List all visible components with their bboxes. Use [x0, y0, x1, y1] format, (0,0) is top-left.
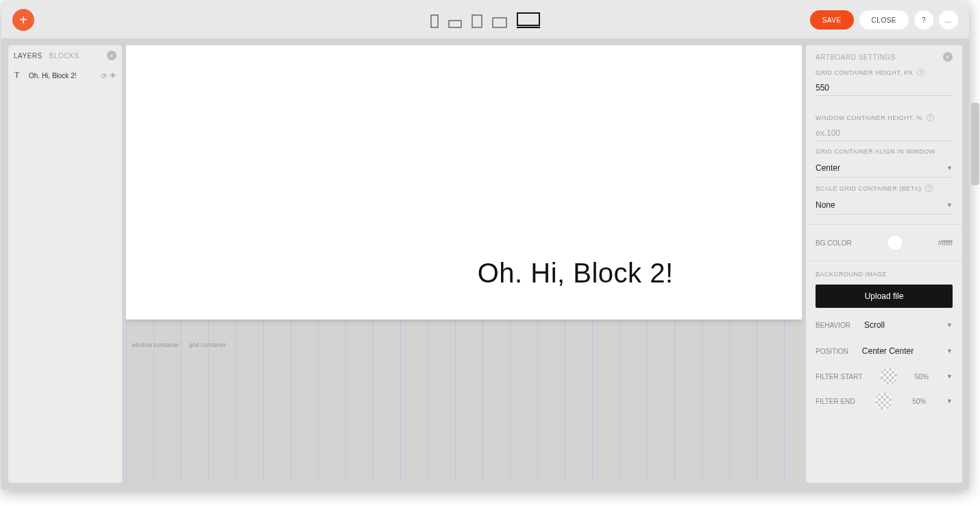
filter-end-label: FILTER END: [816, 398, 855, 405]
artboard-settings-panel: ARTBOARD SETTINGS × GRID CONTAINER HEIGH…: [806, 45, 962, 483]
help-button[interactable]: ?: [914, 10, 933, 29]
chevron-down-icon: ▼: [946, 348, 953, 354]
layer-settings-icon[interactable]: ⟳: [101, 72, 107, 80]
align-label: GRID CONTAINER ALIGN IN WINDOW: [816, 148, 953, 155]
upload-button[interactable]: Upload file: [816, 285, 953, 308]
save-button[interactable]: SAVE: [810, 10, 854, 29]
settings-panel-title: ARTBOARD SETTINGS: [816, 53, 896, 61]
settings-panel-header: ARTBOARD SETTINGS ×: [816, 52, 953, 62]
align-select[interactable]: Center ▼: [816, 159, 953, 178]
filter-start-row: FILTER START 50% ▼: [816, 368, 953, 385]
plus-icon: +: [19, 12, 27, 28]
layer-row[interactable]: T Oh. Hi, Block 2! ⟳ 👁: [14, 67, 117, 84]
artboard[interactable]: [126, 45, 802, 320]
more-button[interactable]: ...: [939, 10, 958, 29]
layers-panel-header: LAYERS BLOCKS ×: [14, 51, 117, 60]
divider: [806, 261, 962, 261]
chevron-down-icon[interactable]: ▼: [946, 373, 953, 380]
svg-rect-3: [493, 18, 506, 27]
layer-label: Oh. Hi, Block 2!: [29, 72, 76, 80]
chevron-down-icon: ▼: [946, 202, 953, 208]
position-row: POSITION Center Center ▼: [816, 342, 953, 360]
chevron-down-icon: ▼: [946, 322, 953, 328]
position-value: Center Center: [862, 346, 914, 356]
svg-rect-2: [472, 15, 482, 27]
body-area: LAYERS BLOCKS × T Oh. Hi, Block 2! ⟳ 👁 O…: [1, 38, 969, 490]
close-button[interactable]: CLOSE: [859, 10, 909, 29]
bgcolor-value: #ffffff: [938, 239, 953, 247]
scale-label: SCALE GRID CONTAINER (BETA) ?: [816, 184, 953, 192]
visibility-icon[interactable]: 👁: [110, 72, 117, 80]
filter-start-value: 50%: [915, 373, 929, 381]
behavior-row: BEHAVIOR Scroll ▼: [816, 316, 953, 334]
toolbar-right: SAVE CLOSE ? ...: [810, 10, 958, 29]
close-panel-icon[interactable]: ×: [107, 51, 117, 60]
canvas[interactable]: Oh. Hi, Block 2! window container grid c…: [126, 45, 802, 483]
phone-portrait-icon[interactable]: [430, 14, 439, 28]
behavior-select[interactable]: Scroll ▼: [864, 316, 953, 334]
device-switcher: [430, 12, 540, 28]
layers-panel: LAYERS BLOCKS × T Oh. Hi, Block 2! ⟳ 👁: [8, 45, 122, 483]
filter-end-value: 50%: [912, 398, 926, 405]
bgcolor-row: BG COLOR #ffffff: [816, 234, 953, 251]
svg-rect-4: [517, 13, 539, 25]
layer-tools: ⟳ 👁: [101, 72, 117, 80]
canvas-heading[interactable]: Oh. Hi, Block 2!: [478, 258, 674, 289]
divider: [806, 224, 962, 225]
filter-start-label: FILTER START: [816, 373, 862, 381]
container-labels: window container grid container: [132, 341, 226, 348]
tablet-portrait-icon[interactable]: [471, 14, 482, 28]
scale-select[interactable]: None ▼: [816, 196, 953, 215]
add-button[interactable]: +: [12, 9, 34, 31]
help-icon[interactable]: ?: [927, 114, 934, 121]
window-height-label: WINDOW CONTAINER HEIGHT, % ?: [816, 114, 953, 121]
color-swatch[interactable]: [887, 234, 903, 251]
help-icon[interactable]: ?: [925, 184, 933, 192]
position-label: POSITION: [816, 348, 848, 355]
window-height-input[interactable]: [816, 125, 953, 141]
transparency-swatch[interactable]: [881, 368, 897, 385]
tab-layers[interactable]: LAYERS: [14, 52, 42, 60]
bgimage-label: BACKGROUND IMAGE: [816, 271, 953, 278]
grid-container-label[interactable]: grid container: [189, 341, 227, 348]
scale-value: None: [816, 200, 835, 210]
svg-text:T: T: [14, 70, 20, 80]
svg-rect-0: [431, 15, 438, 27]
bgcolor-label: BG COLOR: [816, 239, 852, 247]
grid-height-input[interactable]: [816, 80, 953, 96]
tablet-landscape-icon[interactable]: [492, 17, 507, 28]
scrollbar[interactable]: [971, 103, 979, 185]
tab-blocks[interactable]: BLOCKS: [49, 52, 79, 60]
grid-height-label: GRID CONTAINER HEIGHT, PX ?: [816, 69, 953, 76]
behavior-value: Scroll: [864, 320, 885, 330]
top-toolbar: + SAVE CLOSE ? ...: [1, 1, 969, 38]
transparency-swatch[interactable]: [875, 393, 892, 409]
phone-landscape-icon[interactable]: [448, 20, 462, 28]
align-value: Center: [816, 163, 840, 173]
help-icon[interactable]: ?: [917, 69, 924, 76]
behavior-label: BEHAVIOR: [816, 322, 850, 329]
app-frame: + SAVE CLOSE ? ...: [1, 1, 969, 490]
close-settings-icon[interactable]: ×: [943, 52, 953, 62]
desktop-icon[interactable]: [517, 12, 540, 28]
filter-end-row: FILTER END 50% ▼: [816, 393, 953, 409]
svg-rect-1: [449, 21, 461, 27]
window-container-label[interactable]: window container: [132, 341, 180, 348]
chevron-down-icon[interactable]: ▼: [946, 398, 953, 405]
text-layer-icon: T: [14, 70, 23, 81]
position-select[interactable]: Center Center ▼: [862, 342, 953, 360]
chevron-down-icon: ▼: [946, 165, 953, 171]
